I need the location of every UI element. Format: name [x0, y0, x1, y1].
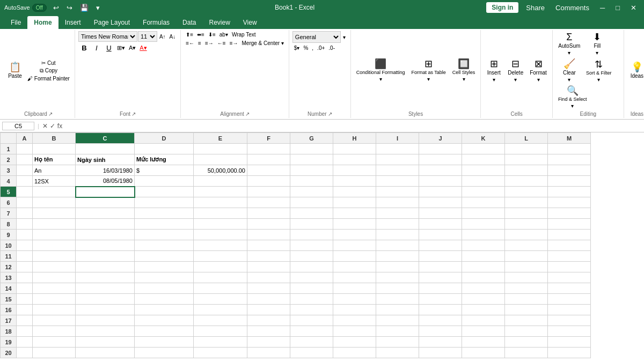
comments-button[interactable]: Comments — [552, 3, 592, 13]
decimal-decrease-button[interactable]: .0- — [327, 45, 336, 51]
cut-button[interactable]: ✂ Cut — [26, 60, 71, 67]
wrap-text-button[interactable]: Wrap Text — [230, 31, 258, 38]
cell-E14[interactable] — [194, 283, 247, 294]
cell-C17[interactable] — [76, 315, 135, 326]
cell-H15[interactable] — [333, 294, 376, 305]
cell-J15[interactable] — [419, 294, 462, 305]
cell-F20[interactable] — [247, 348, 290, 358]
cell-I9[interactable] — [376, 230, 419, 240]
cell-A15[interactable] — [17, 294, 33, 305]
cell-G5[interactable] — [290, 187, 333, 197]
row-header-13[interactable]: 13 — [1, 272, 17, 283]
cell-D4[interactable] — [135, 176, 194, 187]
cell-B18[interactable] — [33, 326, 76, 337]
cell-D17[interactable] — [135, 315, 194, 326]
font-color-button[interactable]: A▾ — [138, 44, 148, 52]
col-header-b[interactable]: B — [33, 133, 76, 144]
cell-E1[interactable] — [194, 144, 247, 154]
cell-B4[interactable]: 12SX — [33, 176, 76, 187]
tab-data[interactable]: Data — [176, 16, 202, 29]
cell-J18[interactable] — [419, 326, 462, 337]
cell-J6[interactable] — [419, 197, 462, 208]
font-expand-icon[interactable]: ↗ — [131, 111, 136, 117]
cell-E11[interactable] — [194, 251, 247, 262]
cell-J2[interactable] — [419, 154, 462, 165]
cell-F10[interactable] — [247, 240, 290, 251]
cell-B6[interactable] — [33, 197, 76, 208]
alignment-expand-icon[interactable]: ↗ — [245, 111, 250, 117]
cell-E12[interactable] — [194, 262, 247, 272]
cancel-formula-icon[interactable]: ✕ — [42, 122, 48, 130]
cell-G11[interactable] — [290, 251, 333, 262]
col-header-k[interactable]: K — [462, 133, 505, 144]
cell-D2[interactable]: Mức lương — [135, 154, 194, 165]
cell-C11[interactable] — [76, 251, 135, 262]
cell-L1[interactable] — [505, 144, 548, 154]
col-header-j[interactable]: J — [419, 133, 462, 144]
cell-C8[interactable] — [76, 219, 135, 230]
cell-F4[interactable] — [247, 176, 290, 187]
cell-E4[interactable] — [194, 176, 247, 187]
cell-B9[interactable] — [33, 230, 76, 240]
percent-button[interactable]: % — [302, 45, 310, 51]
cell-G2[interactable] — [290, 154, 333, 165]
format-painter-button[interactable]: 🖌 Format Painter — [26, 75, 71, 82]
tab-review[interactable]: Review — [202, 16, 236, 29]
cell-E9[interactable] — [194, 230, 247, 240]
row-header-20[interactable]: 20 — [1, 348, 17, 358]
row-header-4[interactable]: 4 — [1, 176, 17, 187]
cell-L6[interactable] — [505, 197, 548, 208]
cell-F16[interactable] — [247, 305, 290, 315]
cell-G14[interactable] — [290, 283, 333, 294]
cell-L4[interactable] — [505, 176, 548, 187]
col-header-g[interactable]: G — [290, 133, 333, 144]
cell-K12[interactable] — [462, 262, 505, 272]
cell-H7[interactable] — [333, 208, 376, 219]
cell-B2[interactable]: Họ tên — [33, 154, 76, 165]
cell-K2[interactable] — [462, 154, 505, 165]
indent-more-button[interactable]: ≡→ — [228, 40, 240, 47]
bold-button[interactable]: B — [78, 43, 90, 53]
cell-M15[interactable] — [548, 294, 591, 305]
cell-K15[interactable] — [462, 294, 505, 305]
autosave-toggle[interactable]: Off — [32, 4, 47, 12]
cell-D3[interactable]: $ — [135, 165, 194, 176]
cell-J13[interactable] — [419, 272, 462, 283]
cell-D6[interactable] — [135, 197, 194, 208]
cell-F1[interactable] — [247, 144, 290, 154]
cell-L13[interactable] — [505, 272, 548, 283]
tab-view[interactable]: View — [237, 16, 264, 29]
align-bottom-button[interactable]: ⬇≡ — [207, 31, 217, 38]
cell-A17[interactable] — [17, 315, 33, 326]
cell-L9[interactable] — [505, 230, 548, 240]
cell-L11[interactable] — [505, 251, 548, 262]
cell-F19[interactable] — [247, 337, 290, 348]
cell-G20[interactable] — [290, 348, 333, 358]
cell-H17[interactable] — [333, 315, 376, 326]
cell-M7[interactable] — [548, 208, 591, 219]
cell-C3[interactable]: 16/03/1980 — [76, 165, 135, 176]
cell-L18[interactable] — [505, 326, 548, 337]
cell-C10[interactable] — [76, 240, 135, 251]
cell-I4[interactable] — [376, 176, 419, 187]
cell-M3[interactable] — [548, 165, 591, 176]
cell-B12[interactable] — [33, 262, 76, 272]
cell-G15[interactable] — [290, 294, 333, 305]
cell-K4[interactable] — [462, 176, 505, 187]
cell-C15[interactable] — [76, 294, 135, 305]
cell-I18[interactable] — [376, 326, 419, 337]
col-header-d[interactable]: D — [135, 133, 194, 144]
cell-B5[interactable] — [33, 187, 76, 197]
cell-I5[interactable] — [376, 187, 419, 197]
cell-F6[interactable] — [247, 197, 290, 208]
cell-K19[interactable] — [462, 337, 505, 348]
cell-H16[interactable] — [333, 305, 376, 315]
sort-filter-button[interactable]: ⇅ Sort & Filter ▾ — [584, 58, 614, 84]
cell-K17[interactable] — [462, 315, 505, 326]
confirm-formula-icon[interactable]: ✓ — [50, 122, 55, 130]
comma-button[interactable]: , — [310, 45, 315, 51]
cell-M1[interactable] — [548, 144, 591, 154]
find-select-button[interactable]: 🔍 Find & Select ▾ — [556, 85, 589, 110]
cell-I14[interactable] — [376, 283, 419, 294]
row-header-15[interactable]: 15 — [1, 294, 17, 305]
